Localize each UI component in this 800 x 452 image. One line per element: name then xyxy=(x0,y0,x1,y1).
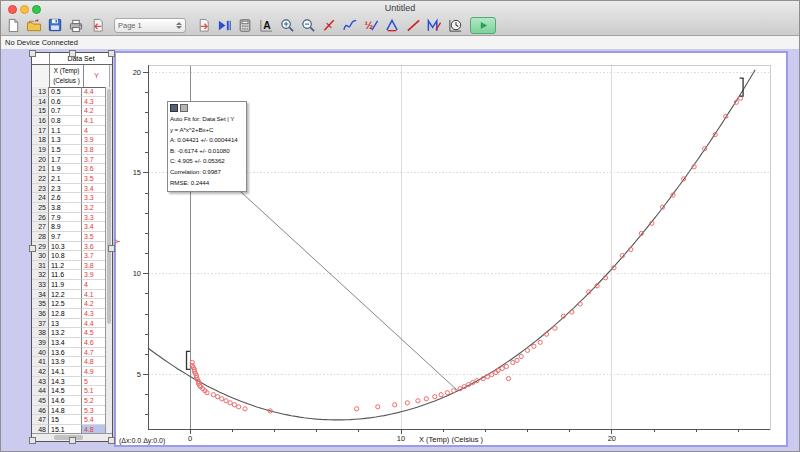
cell-x[interactable]: 14.8 xyxy=(49,406,82,416)
data-browser-button[interactable] xyxy=(236,17,254,34)
print-button[interactable] xyxy=(67,17,85,34)
cell-y[interactable]: 4.8 xyxy=(82,425,105,433)
cell-y[interactable]: 4 xyxy=(82,280,105,290)
cell-x[interactable]: 13.6 xyxy=(49,348,82,358)
cell-x[interactable]: 0.8 xyxy=(49,116,82,126)
cell-x[interactable]: 0.5 xyxy=(49,87,82,97)
scroll-thumb[interactable] xyxy=(107,89,111,324)
resize-handle[interactable] xyxy=(108,437,115,444)
cell-x[interactable]: 11.6 xyxy=(49,270,82,280)
cell-x[interactable]: 14.6 xyxy=(49,396,82,406)
cell-y[interactable]: 3.5 xyxy=(82,232,105,242)
cell-y[interactable]: 3.6 xyxy=(82,242,105,252)
cell-y[interactable]: 4 xyxy=(82,126,105,136)
cell-x[interactable]: 3.8 xyxy=(49,203,82,213)
page-layout-button[interactable] xyxy=(215,17,233,34)
data-collection-button[interactable] xyxy=(446,17,464,34)
cell-x[interactable]: 13.4 xyxy=(49,338,82,348)
cell-x[interactable]: 1.7 xyxy=(49,155,82,165)
resize-handle[interactable] xyxy=(69,437,76,444)
cell-y[interactable]: 3.3 xyxy=(82,213,105,223)
cell-x[interactable]: 11.2 xyxy=(49,261,82,271)
resize-handle[interactable] xyxy=(69,50,76,57)
cell-x[interactable]: 1.3 xyxy=(49,135,82,145)
next-page-button[interactable] xyxy=(194,17,212,34)
cell-y[interactable]: 4.4 xyxy=(82,319,105,329)
cell-y[interactable]: 3.6 xyxy=(82,164,105,174)
examine-button[interactable] xyxy=(320,17,338,34)
zoom-in-button[interactable] xyxy=(278,17,296,34)
cell-x[interactable]: 13 xyxy=(49,319,82,329)
page-select[interactable]: Page 1 xyxy=(114,18,186,33)
tangent-button[interactable] xyxy=(341,17,359,34)
cell-y[interactable]: 4.7 xyxy=(82,348,105,358)
new-file-button[interactable] xyxy=(4,17,22,34)
cell-x[interactable]: 10.3 xyxy=(49,242,82,252)
cell-x[interactable]: 2.1 xyxy=(49,174,82,184)
cell-y[interactable]: 3.5 xyxy=(82,174,105,184)
cell-x[interactable]: 11.9 xyxy=(49,280,82,290)
text-annotation-button[interactable]: A xyxy=(257,17,275,34)
cell-y[interactable]: 3.2 xyxy=(82,203,105,213)
column-header-x[interactable]: X (Temp) (Celsius ) xyxy=(50,65,84,87)
cell-x[interactable]: 0.7 xyxy=(49,106,82,116)
resize-handle[interactable] xyxy=(29,50,36,57)
column-header-y[interactable]: Y xyxy=(84,65,110,87)
cell-x[interactable]: 13.9 xyxy=(49,357,82,367)
cell-y[interactable]: 3.4 xyxy=(82,222,105,232)
cell-x[interactable]: 14.5 xyxy=(49,386,82,396)
statistics-button[interactable] xyxy=(383,17,401,34)
cell-y[interactable]: 5.1 xyxy=(82,386,105,396)
cell-y[interactable]: 4.3 xyxy=(82,97,105,107)
cell-x[interactable]: 7.9 xyxy=(49,213,82,223)
integral-button[interactable]: ½ xyxy=(362,17,380,34)
collect-button[interactable] xyxy=(470,17,496,34)
zoom-out-button[interactable] xyxy=(299,17,317,34)
cell-y[interactable]: 4.5 xyxy=(82,328,105,338)
resize-handle[interactable] xyxy=(29,437,36,444)
cell-x[interactable]: 14.1 xyxy=(49,367,82,377)
cell-y[interactable]: 4.2 xyxy=(82,106,105,116)
cell-x[interactable]: 1.1 xyxy=(49,126,82,136)
save-file-button[interactable] xyxy=(46,17,64,34)
prev-page-button[interactable] xyxy=(88,17,106,34)
cell-x[interactable]: 9.7 xyxy=(49,232,82,242)
close-window-button[interactable] xyxy=(8,5,17,14)
fit-info-box[interactable]: Auto Fit for: Data Set | Y y = A*x^2+Bx+… xyxy=(167,101,247,192)
cell-y[interactable]: 4.1 xyxy=(82,290,105,300)
cell-x[interactable]: 12.2 xyxy=(49,290,82,300)
resize-handle[interactable] xyxy=(108,245,115,252)
cell-y[interactable]: 4.9 xyxy=(82,367,105,377)
cell-y[interactable]: 4.4 xyxy=(82,87,105,97)
cell-y[interactable]: 3.7 xyxy=(82,155,105,165)
zoom-window-button[interactable] xyxy=(32,5,41,14)
cell-y[interactable]: 3.7 xyxy=(82,251,105,261)
curve-fit-button[interactable] xyxy=(425,17,443,34)
cell-x[interactable]: 0.6 xyxy=(49,97,82,107)
fit-box-close-icon[interactable] xyxy=(180,104,188,112)
linear-fit-button[interactable] xyxy=(404,17,422,34)
y-axis-label[interactable]: Y xyxy=(113,239,122,244)
cell-y[interactable]: 4.6 xyxy=(82,338,105,348)
cell-y[interactable]: 5.3 xyxy=(82,406,105,416)
cell-y[interactable]: 5.4 xyxy=(82,415,105,425)
cell-y[interactable]: 4.2 xyxy=(82,299,105,309)
cell-x[interactable]: 12.5 xyxy=(49,299,82,309)
open-file-button[interactable] xyxy=(25,17,43,34)
cell-y[interactable]: 3.3 xyxy=(82,193,105,203)
cell-y[interactable]: 5.2 xyxy=(82,396,105,406)
fit-box-graph-icon[interactable] xyxy=(170,104,178,112)
cell-x[interactable]: 2.3 xyxy=(49,184,82,194)
cell-y[interactable]: 3.9 xyxy=(82,135,105,145)
resize-handle[interactable] xyxy=(108,50,115,57)
minimize-window-button[interactable] xyxy=(20,5,29,14)
graph-panel[interactable]: 510152001020 Auto Fit for: Data Set | Y … xyxy=(114,51,788,447)
cell-y[interactable]: 4.8 xyxy=(82,357,105,367)
cell-x[interactable]: 13.2 xyxy=(49,328,82,338)
cell-x[interactable]: 1.9 xyxy=(49,164,82,174)
cell-x[interactable]: 15.1 xyxy=(49,425,82,433)
cell-x[interactable]: 1.5 xyxy=(49,145,82,155)
cell-x[interactable]: 14.3 xyxy=(49,377,82,387)
x-axis-label[interactable]: X (Temp) (Celsius ) xyxy=(116,435,786,444)
cell-x[interactable]: 2.6 xyxy=(49,193,82,203)
